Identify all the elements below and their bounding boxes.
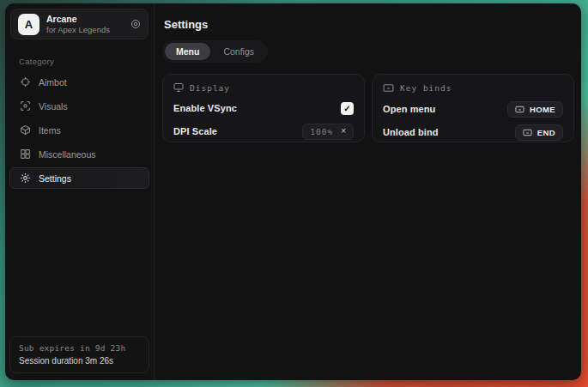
sidebar-item-visuals[interactable]: Visuals	[9, 95, 149, 117]
unload-bind-key: END	[537, 128, 555, 137]
dpi-scale-row: DPI Scale 100% ×	[173, 124, 354, 139]
brand-card: A Arcane for Apex Legends	[10, 9, 149, 39]
sidebar-item-label: Aimbot	[39, 77, 67, 88]
keyboard-icon	[515, 105, 524, 114]
open-menu-row: Open menu HOME	[383, 101, 563, 117]
keybinds-card-title: Key binds	[400, 83, 452, 93]
subscription-card: Sub expires in 9d 23h Session duration 3…	[9, 336, 149, 373]
sidebar-item-miscellaneous[interactable]: Miscellaneous	[9, 143, 149, 165]
sidebar-item-label: Items	[39, 125, 61, 136]
sidebar-nav: Aimbot Visuals Items	[5, 71, 154, 189]
sidebar-item-aimbot[interactable]: Aimbot	[9, 71, 149, 93]
scan-eye-icon	[20, 100, 31, 112]
dpi-scale-value: 100%	[310, 127, 333, 136]
keyboard-icon	[523, 128, 532, 137]
dpi-scale-input[interactable]: 100% ×	[302, 124, 354, 140]
open-menu-key: HOME	[530, 105, 555, 114]
cube-icon	[20, 124, 31, 136]
keybinds-card: Key binds Open menu HOME Unload bind	[372, 74, 574, 142]
keybinds-card-header: Key binds	[383, 82, 563, 94]
dpi-scale-label: DPI Scale	[173, 126, 217, 136]
unload-bind-keybind-button[interactable]: END	[515, 124, 563, 141]
settings-cards: Display Enable VSync ✓ DPI Scale 100% ×	[162, 74, 574, 142]
open-menu-keybind-button[interactable]: HOME	[507, 101, 563, 118]
sidebar-item-settings[interactable]: Settings	[9, 167, 149, 189]
sidebar: A Arcane for Apex Legends Category A	[5, 3, 155, 380]
sidebar-spacer	[5, 189, 154, 331]
sidebar-item-label: Settings	[39, 173, 71, 184]
clear-icon[interactable]: ×	[341, 127, 346, 136]
tab-menu[interactable]: Menu	[165, 43, 210, 60]
display-card-header: Display	[173, 82, 354, 93]
unload-bind-row: Unload bind END	[383, 124, 563, 140]
keyboard-icon	[383, 82, 394, 94]
tab-bar: Menu Configs	[162, 40, 268, 63]
app-window: A Arcane for Apex Legends Category A	[5, 3, 581, 380]
session-duration-text: Session duration 3m 26s	[19, 356, 140, 366]
brand-name: Arcane	[46, 14, 124, 25]
brand-text: Arcane for Apex Legends	[46, 14, 124, 35]
open-menu-label: Open menu	[383, 104, 435, 114]
enable-vsync-label: Enable VSync	[173, 103, 237, 113]
crosshair-icon	[20, 76, 31, 88]
app-logo: A	[18, 14, 39, 35]
sub-expires-text: Sub expires in 9d 23h	[19, 343, 140, 353]
logo-letter: A	[25, 18, 33, 31]
tab-configs[interactable]: Configs	[212, 43, 265, 60]
display-card-title: Display	[190, 83, 230, 93]
sidebar-item-label: Miscellaneous	[39, 149, 96, 160]
sidebar-item-label: Visuals	[39, 101, 68, 112]
vsync-checkbox[interactable]: ✓	[341, 102, 354, 115]
blocks-icon	[20, 148, 31, 160]
sidebar-item-items[interactable]: Items	[9, 119, 149, 141]
brand-subtitle: for Apex Legends	[46, 25, 124, 35]
check-icon: ✓	[343, 104, 350, 113]
unload-bind-label: Unload bind	[383, 127, 439, 137]
category-label: Category	[19, 57, 140, 66]
main-panel: Settings Menu Configs Display Enable VSy…	[155, 3, 581, 380]
gear-icon	[20, 172, 31, 184]
monitor-icon	[173, 82, 184, 93]
page-title: Settings	[164, 18, 574, 31]
target-circle-icon[interactable]	[130, 19, 141, 29]
display-card: Display Enable VSync ✓ DPI Scale 100% ×	[162, 74, 365, 142]
enable-vsync-row: Enable VSync ✓	[173, 100, 354, 116]
